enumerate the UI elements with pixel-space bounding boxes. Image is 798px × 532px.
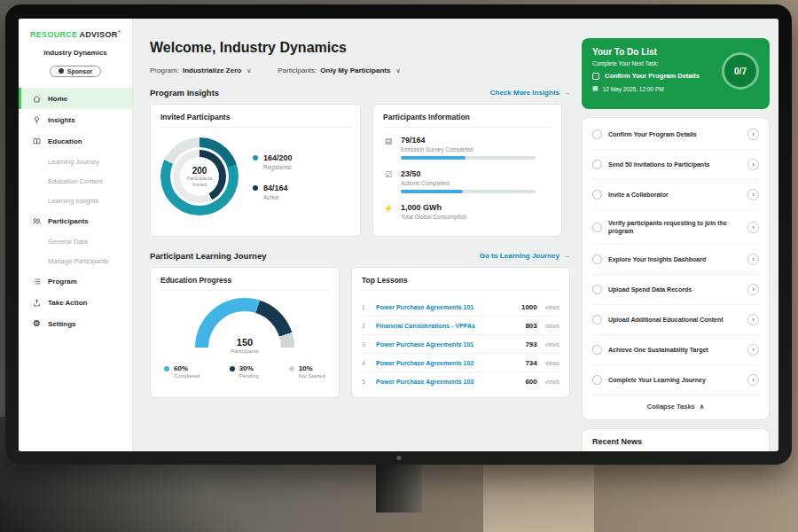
lesson-link[interactable]: Power Purchase Agreements 101	[376, 341, 519, 348]
sidebar-item-label: Participants	[48, 217, 89, 225]
filter-bar: Program: Industrialize Zero ∨ Participan…	[150, 66, 570, 74]
invited-participants-card: Invited Participants 200 Participants In…	[150, 104, 361, 237]
legend-not-started: 10% Not Started	[289, 364, 325, 379]
task-row[interactable]: Upload Additional Educational Content ›	[592, 305, 759, 335]
stat-value: 79/164	[401, 136, 552, 145]
donut-center-label: Participants Invited	[184, 176, 215, 188]
lesson-link[interactable]: Financial Considerations - VPPAs	[376, 323, 519, 329]
card-title: Participants Information	[383, 113, 552, 128]
sidebar-item-settings[interactable]: ⚙ Settings	[19, 313, 132, 334]
chevron-right-icon[interactable]: ›	[747, 284, 759, 295]
sidebar-item-general-data[interactable]: General Data	[19, 231, 132, 251]
chevron-right-icon[interactable]: ›	[747, 159, 759, 170]
task-row[interactable]: Confirm Your Program Details ›	[592, 120, 759, 150]
sidebar-item-label: Take Action	[48, 299, 87, 307]
chevron-right-icon[interactable]: ›	[747, 129, 759, 140]
lesson-views-suffix: views	[545, 379, 559, 385]
legend-label: Not Started	[299, 373, 325, 379]
legend-dot	[289, 366, 294, 372]
power-led	[396, 456, 401, 460]
sidebar-item-learning-insights[interactable]: Learning Insights	[19, 191, 132, 210]
sidebar: RESOURCEADVISOR+ Industry Dynamics Spons…	[19, 19, 133, 451]
task-list-card: Confirm Your Program Details › Send 50 I…	[582, 117, 770, 420]
task-row[interactable]: Send 50 Invitations to Participants ›	[592, 150, 759, 180]
lesson-link[interactable]: Power Purchase Agreements 101	[376, 304, 515, 310]
card-title: Education Progress	[160, 276, 329, 291]
lesson-row: 3 Power Purchase Agreements 101 793 view…	[362, 335, 559, 354]
chevron-right-icon[interactable]: ›	[747, 314, 759, 325]
task-checkbox[interactable]	[592, 285, 602, 294]
task-row[interactable]: Invite a Collaborator ›	[592, 180, 759, 210]
lesson-rank: 1	[362, 304, 370, 310]
go-to-learning-journey-link[interactable]: Go to Learning Journey →	[480, 252, 570, 260]
sidebar-item-program[interactable]: Program	[19, 270, 132, 292]
check-more-insights-link[interactable]: Check More Insights →	[490, 89, 570, 97]
monitor-bezel: RESOURCEADVISOR+ Industry Dynamics Spons…	[5, 4, 792, 465]
lesson-link[interactable]: Power Purchase Agreements 102	[376, 360, 519, 366]
sidebar-item-participants[interactable]: Participants	[19, 210, 132, 231]
progress-bar	[401, 190, 536, 193]
program-filter-value: Industrialize Zero	[183, 66, 241, 74]
participants-information-card: Participants Information ▤ 79/164 Emissi…	[372, 104, 562, 237]
sidebar-item-take-action[interactable]: Take Action	[19, 292, 132, 313]
chevron-right-icon[interactable]: ›	[747, 344, 759, 356]
task-checkbox[interactable]	[592, 254, 602, 264]
sidebar-item-home[interactable]: Home	[19, 88, 132, 109]
legend-label: Registered	[263, 164, 293, 170]
sidebar-item-manage-participants[interactable]: Manage Participants	[19, 251, 132, 270]
arrow-right-icon: →	[563, 252, 570, 260]
sidebar-item-learning-journey[interactable]: Learning Journey	[19, 152, 132, 171]
recent-news-title: Recent News	[592, 437, 759, 446]
actions-completed-row: ☑ 23/50 Actions Completed	[383, 169, 552, 193]
chevron-right-icon[interactable]: ›	[747, 222, 759, 233]
task-label: Complete Your Learning Journey	[608, 376, 741, 384]
lesson-rank: 2	[362, 323, 370, 329]
task-checkbox[interactable]	[592, 190, 602, 200]
arrow-right-icon: →	[563, 89, 570, 97]
lesson-link[interactable]: Power Purchase Agreements 103	[376, 379, 519, 385]
task-label: Achieve One Sustainability Target	[608, 346, 741, 354]
sidebar-item-label: Insights	[48, 116, 75, 124]
collapse-label: Collapse Tasks	[647, 403, 695, 411]
sidebar-item-label: Education Content	[48, 177, 103, 185]
task-checkbox[interactable]	[592, 223, 602, 232]
chevron-right-icon[interactable]: ›	[747, 374, 759, 386]
program-filter-dropdown[interactable]: Program: Industrialize Zero ∨	[150, 66, 251, 74]
task-checkbox[interactable]	[592, 375, 602, 385]
legend-value: 164/200	[263, 153, 293, 162]
participants-filter-dropdown[interactable]: Participants: Only My Participants ∨	[278, 66, 400, 74]
sidebar-item-education-content[interactable]: Education Content	[19, 171, 132, 191]
task-row[interactable]: Achieve One Sustainability Target ›	[592, 335, 759, 365]
legend-dot	[253, 185, 258, 191]
sidebar-item-education[interactable]: Education	[19, 130, 132, 152]
task-row[interactable]: Complete Your Learning Journey ›	[592, 365, 759, 395]
chevron-right-icon[interactable]: ›	[747, 254, 759, 265]
sidebar-item-insights[interactable]: Insights	[19, 109, 132, 130]
task-row[interactable]: Verify participants requesting to join t…	[592, 210, 759, 245]
lesson-views-suffix: views	[545, 304, 559, 310]
sidebar-item-label: Manage Participants	[48, 257, 108, 265]
task-row[interactable]: Explore Your Insights Dashboard ›	[592, 245, 759, 275]
chevron-right-icon[interactable]: ›	[747, 189, 759, 200]
task-row[interactable]: Upload Spend Data Records ›	[592, 275, 759, 305]
task-checkbox[interactable]	[592, 129, 602, 139]
actions-icon: ☑	[383, 169, 394, 193]
recent-news-card: Recent News	[582, 428, 770, 451]
card-title: Top Lessons	[362, 276, 559, 291]
task-label: Explore Your Insights Dashboard	[608, 255, 741, 263]
sidebar-item-label: General Data	[48, 238, 88, 246]
collapse-tasks-link[interactable]: Collapse Tasks ∧	[592, 395, 759, 416]
lesson-row: 1 Power Purchase Agreements 101 1000 vie…	[362, 298, 559, 317]
legend-label: Pending	[239, 373, 259, 379]
lesson-views: 793	[525, 340, 536, 348]
sidebar-item-label: Settings	[48, 320, 76, 328]
stat-value: 1,000 GWh	[401, 203, 552, 212]
lesson-views-suffix: views	[545, 360, 559, 366]
stat-label: Total Global Consumption	[401, 214, 552, 220]
task-checkbox[interactable]	[592, 345, 602, 355]
legend-active: 84/164 Active	[253, 184, 293, 200]
task-checkbox[interactable]	[592, 315, 602, 325]
next-task-label: Confirm Your Program Details	[605, 72, 700, 80]
task-checkbox[interactable]	[592, 73, 599, 80]
task-checkbox[interactable]	[592, 160, 602, 169]
